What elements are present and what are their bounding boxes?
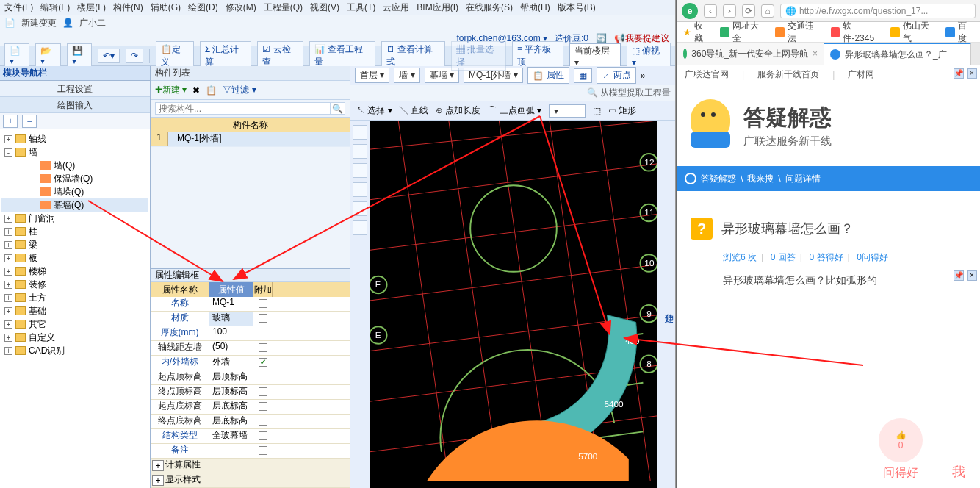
prop-extra[interactable] <box>253 415 273 428</box>
undo-button[interactable]: ↶▾ <box>98 49 120 63</box>
crumb-link[interactable]: 我来搜 <box>747 173 774 185</box>
browser-logo-icon[interactable]: e <box>682 3 698 19</box>
tree-node-ins_q[interactable]: 保温墙(Q) <box>1 172 148 185</box>
refresh-icon[interactable]: 🔄 <box>596 33 607 43</box>
open-button[interactable]: 📂▾ <box>35 43 60 68</box>
tree-node-beam[interactable]: +梁 <box>1 238 148 251</box>
menu-view[interactable]: 视图(V) <box>310 1 339 13</box>
prop-extra[interactable] <box>253 370 273 384</box>
tool-icon[interactable] <box>353 201 367 216</box>
menu-online[interactable]: 在线服务(S) <box>466 1 513 13</box>
tab-360[interactable]: 360导航_新一代安全上网导航× <box>677 43 824 65</box>
new-change-button[interactable]: 新建变更 <box>21 17 57 29</box>
expander-icon[interactable]: + <box>4 135 12 143</box>
prop-value[interactable]: 层底标高 <box>209 400 253 414</box>
tree-node-dk_q[interactable]: 墙垛(Q) <box>1 185 148 198</box>
property-row[interactable]: 名称MQ-1 <box>151 297 350 312</box>
fav-baidu[interactable]: 百度 <box>945 20 974 45</box>
viewport[interactable]: 12 11 10 9 8 F E 450 5400 5700 <box>370 121 657 488</box>
new-component-button[interactable]: ✚新建 ▾ <box>155 84 187 96</box>
property-row[interactable]: 备注 <box>151 444 350 459</box>
prop-value[interactable]: 层顶标高 <box>209 385 253 399</box>
group-calc[interactable]: +计算属性 <box>151 459 350 473</box>
close-tab-icon[interactable]: × <box>813 49 818 59</box>
menu-version[interactable]: 版本号(B) <box>558 1 596 13</box>
back-button[interactable]: ‹ <box>704 4 717 18</box>
expand-button[interactable]: + <box>3 115 18 128</box>
tool-icon[interactable] <box>353 144 367 159</box>
tree-node-axis[interactable]: +轴线 <box>1 132 148 146</box>
prop-extra[interactable] <box>253 429 273 443</box>
menu-edit[interactable]: 编辑(E) <box>40 1 70 13</box>
thumb-up-button[interactable]: 👍0 问得好 <box>879 418 923 481</box>
prop-value[interactable]: 外墙 <box>209 356 253 370</box>
save-button[interactable]: 💾▾ <box>67 43 92 68</box>
menu-file[interactable]: 文件(F) <box>4 1 33 13</box>
menu-modify[interactable]: 修改(M) <box>226 1 256 13</box>
tab-draw-input[interactable]: 绘图输入 <box>0 97 150 113</box>
forward-button[interactable]: › <box>723 4 736 18</box>
tab-question[interactable]: 异形玻璃幕墙怎么画？_广 <box>824 43 971 65</box>
prop-value[interactable]: 玻璃 <box>209 312 253 326</box>
tree-node-wall_q[interactable]: 墙(Q) <box>1 159 148 172</box>
property-row[interactable]: 厚度(mm)100 <box>151 326 350 341</box>
tool-icon[interactable] <box>353 182 367 197</box>
property-row[interactable]: 轴线距左墙(50) <box>151 341 350 356</box>
nav-link[interactable]: 广联达官网 <box>685 68 729 81</box>
prop-value[interactable]: 层顶标高 <box>209 370 253 384</box>
prop-extra[interactable] <box>253 341 273 355</box>
fav-software[interactable]: 软件-2345 <box>831 20 880 45</box>
tree-node-cad[interactable]: +CAD识别 <box>1 344 148 357</box>
rect-tool[interactable]: ▭ 矩形 <box>608 104 636 117</box>
prop-extra[interactable] <box>253 356 273 370</box>
more-icon[interactable]: » <box>641 71 646 81</box>
draw-value[interactable]: ▾ <box>549 104 586 118</box>
nav-link[interactable]: 广材网 <box>848 68 874 81</box>
snap-button[interactable]: ⬚ <box>593 106 601 116</box>
prop-value[interactable]: 100 <box>209 326 253 340</box>
extend-tool[interactable]: ⊕ 点加长度 <box>436 104 480 117</box>
menu-help[interactable]: 帮助(H) <box>520 1 550 13</box>
expander-icon[interactable]: + <box>4 347 12 355</box>
prop-extra[interactable] <box>253 385 273 399</box>
expander-icon[interactable]: + <box>4 268 12 276</box>
tool-icon[interactable] <box>353 220 367 235</box>
component-row[interactable]: 1 MQ-1[外墙] <box>151 132 350 147</box>
arc3-tool[interactable]: ⌒ 三点画弧 ▾ <box>488 104 541 117</box>
tool-icon[interactable] <box>353 163 367 178</box>
prop-value[interactable]: MQ-1 <box>209 297 253 311</box>
tree-node-found[interactable]: +基础 <box>1 304 148 317</box>
expander-icon[interactable]: + <box>4 215 12 223</box>
property-row[interactable]: 结构类型全玻幕墙 <box>151 429 350 444</box>
collapse-button[interactable]: − <box>22 115 37 128</box>
view-mode-button[interactable]: ⬚ 俯视 ▾ <box>627 43 671 70</box>
fav-collect[interactable]: ★收藏 <box>683 20 710 45</box>
line-tool[interactable]: ╲ 直线 <box>400 104 428 117</box>
grid-button[interactable]: ▦ <box>574 68 592 83</box>
tree-node-custom[interactable]: +自定义 <box>1 331 148 344</box>
tree-node-mq_q[interactable]: 幕墙(Q) <box>1 198 148 212</box>
redo-button[interactable]: ↷ <box>126 49 143 63</box>
group-display[interactable]: +显示样式 <box>151 473 350 488</box>
fav-weather[interactable]: 佛山天气 <box>890 20 935 45</box>
expander-icon[interactable]: + <box>4 241 12 249</box>
url-bar[interactable]: 🌐 http://e.fwxgx.com/question_17... <box>780 4 976 18</box>
menu-floor[interactable]: 楼层(L) <box>77 1 106 13</box>
prop-extra[interactable] <box>253 326 273 340</box>
menu-quantity[interactable]: 工程量(Q) <box>264 1 303 13</box>
property-row[interactable]: 起点顶标高层顶标高 <box>151 370 350 385</box>
my-answer-button[interactable]: 我 <box>952 463 965 481</box>
copy-component-button[interactable]: 📋 <box>206 85 217 96</box>
select-tool[interactable]: ↖ 选择 ▾ <box>356 104 392 117</box>
property-button[interactable]: 📋属性 <box>527 67 569 84</box>
delete-component-button[interactable]: ✖ <box>192 85 200 96</box>
tree-node-other[interactable]: +其它 <box>1 317 148 331</box>
extract-button[interactable]: 🔍 从模型提取工程量 <box>587 87 671 99</box>
fav-traffic[interactable]: 交通违法 <box>775 20 820 45</box>
menu-aux[interactable]: 辅助(G) <box>151 1 181 13</box>
tool-icon[interactable] <box>353 125 367 140</box>
expander-icon[interactable]: - <box>4 148 12 157</box>
prop-value[interactable]: 层底标高 <box>209 415 253 428</box>
batch-select-button[interactable]: ▦ 批量选择 <box>451 41 506 71</box>
tree-node-slab[interactable]: +板 <box>1 251 148 265</box>
